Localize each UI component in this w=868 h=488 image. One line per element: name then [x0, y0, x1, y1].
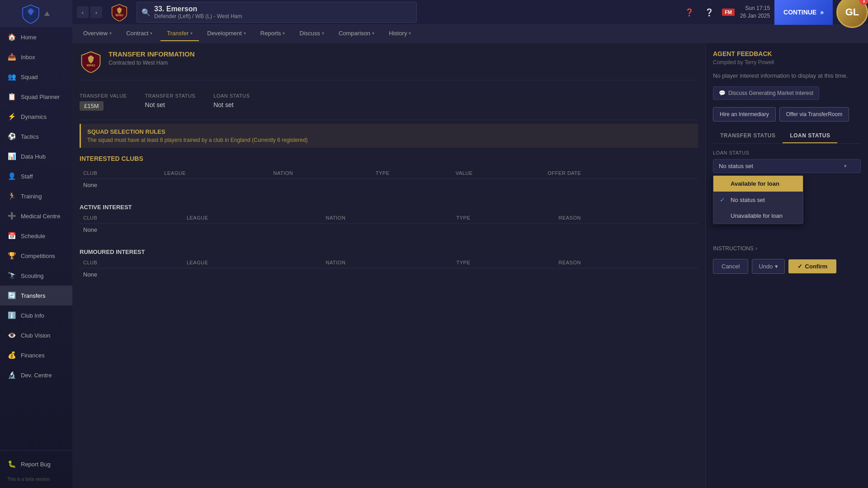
- sidebar-label: Dynamics: [21, 113, 47, 120]
- help-circle-icon[interactable]: ❓: [682, 5, 697, 19]
- agent-feedback-title: AGENT FEEDBACK: [713, 50, 861, 57]
- sidebar-item-club-info[interactable]: ℹ️ Club Info: [0, 305, 72, 325]
- col-league: LEAGUE: [183, 212, 322, 224]
- sidebar-item-training[interactable]: 🏃 Training: [0, 186, 72, 206]
- tab-comparison[interactable]: Comparison ▾: [332, 26, 381, 41]
- sidebar-item-scouting[interactable]: 🔭 Scouting: [0, 266, 72, 286]
- beta-notice: This is a beta version: [0, 474, 72, 484]
- svg-marker-1: [44, 11, 50, 16]
- sidebar-item-finances[interactable]: 💰 Finances: [0, 345, 72, 365]
- bottom-buttons: Cancel Undo ▾ ✓ Confirm: [713, 259, 861, 274]
- col-type: TYPE: [453, 212, 555, 224]
- sidebar-item-squad[interactable]: 👥 Squad: [0, 67, 72, 87]
- active-header-row: CLUB LEAGUE NATION TYPE REASON: [80, 212, 698, 224]
- tab-history[interactable]: History ▾: [382, 26, 417, 41]
- right-panel: AGENT FEEDBACK Compiled by Terry Powell …: [705, 43, 868, 488]
- loan-status-stat: LOAN STATUS Not set: [213, 93, 250, 111]
- table-row: None: [80, 268, 698, 281]
- instructions-link[interactable]: INSTRUCTIONS ›: [713, 245, 861, 252]
- tab-transfer[interactable]: Transfer ▾: [160, 26, 199, 41]
- rumoured-none: None: [80, 268, 698, 281]
- loan-status-menu: Available for loan ✓ No status set Unava…: [713, 175, 803, 224]
- topbar-icons: ❓ ❔ FM Sun 17:15 26 Jan 2025: [678, 5, 774, 20]
- dropdown-arrow-icon: ▾: [109, 31, 112, 36]
- option-unavailable-for-loan[interactable]: Unavailable for loan: [713, 208, 803, 224]
- sidebar-label: Training: [21, 193, 42, 200]
- tab-reports[interactable]: Reports ▾: [254, 26, 292, 41]
- tab-development[interactable]: Development ▾: [201, 26, 252, 41]
- tab-loan-status[interactable]: LOAN STATUS: [783, 129, 837, 143]
- current-date: Sun 17:15 26 Jan 2025: [740, 5, 770, 20]
- loan-status-select[interactable]: No status set ▾: [713, 159, 861, 173]
- check-icon: ✓: [720, 196, 727, 203]
- transfer-info-text: TRANSFER INFORMATION Contracted to West …: [108, 50, 195, 66]
- tab-discuss[interactable]: Discuss ▾: [293, 26, 330, 41]
- offer-transferroom-button[interactable]: Offer via TransferRoom: [779, 107, 849, 122]
- col-club: CLUB: [80, 168, 160, 179]
- west-ham-shield-icon: WHU: [80, 50, 102, 73]
- offers-table: CLUB LEAGUE NATION TYPE VALUE OFFER DATE…: [80, 168, 698, 191]
- sidebar-item-tactics[interactable]: ⚽ Tactics: [0, 127, 72, 146]
- no-interest-info: No player interest information to displa…: [713, 72, 861, 80]
- tab-overview[interactable]: Overview ▾: [77, 26, 118, 41]
- table-row: None: [80, 179, 698, 192]
- discuss-market-interest-button[interactable]: 💬 Discuss Generating Market Interest: [713, 86, 819, 100]
- tab-contract[interactable]: Contract ▾: [120, 26, 159, 41]
- competitions-icon: 🏆: [7, 251, 16, 260]
- sidebar-item-dynamics[interactable]: ⚡ Dynamics: [0, 107, 72, 127]
- sidebar-item-transfers[interactable]: 🔄 Transfers: [0, 286, 72, 305]
- sidebar-item-inbox[interactable]: 📥 Inbox: [0, 47, 72, 67]
- dynamics-icon: ⚡: [7, 112, 16, 121]
- nav-arrows: ‹ ›: [72, 6, 107, 18]
- tab-transfer-status[interactable]: TRANSFER STATUS: [713, 129, 783, 143]
- cancel-button[interactable]: Cancel: [713, 259, 748, 274]
- finances-icon: 💰: [7, 351, 16, 360]
- sidebar-label: Tactics: [21, 133, 39, 140]
- option-no-status-set[interactable]: ✓ No status set: [713, 192, 803, 208]
- medical-centre-icon: ➕: [7, 211, 16, 221]
- col-league: LEAGUE: [160, 168, 269, 179]
- transfer-stats: TRANSFER VALUE £15M TRANSFER STATUS Not …: [80, 88, 698, 116]
- sidebar-item-dev-centre[interactable]: 🔬 Dev. Centre: [0, 365, 72, 385]
- offers-none: None: [80, 179, 698, 192]
- sidebar-item-medical-centre[interactable]: ➕ Medical Centre: [0, 206, 72, 226]
- undo-button[interactable]: Undo ▾: [752, 259, 784, 274]
- col-nation: NATION: [269, 168, 372, 179]
- continue-button[interactable]: CONTINUE »: [774, 0, 833, 25]
- sidebar-label: Dev. Centre: [21, 372, 52, 379]
- hire-intermediary-button[interactable]: Hire an Intermediary: [713, 107, 776, 122]
- arrows-icon[interactable]: [42, 10, 52, 17]
- transfers-icon: 🔄: [7, 291, 16, 300]
- active-none: None: [80, 224, 698, 236]
- instructions-label: INSTRUCTIONS: [713, 245, 754, 252]
- confirm-button[interactable]: ✓ Confirm: [788, 259, 837, 273]
- col-type: TYPE: [453, 257, 555, 268]
- sidebar-item-schedule[interactable]: 📅 Schedule: [0, 226, 72, 246]
- transfer-value-badge: £15M: [80, 101, 104, 111]
- question-icon[interactable]: ❔: [702, 5, 717, 19]
- dropdown-arrow-icon: ▾: [372, 31, 374, 36]
- loan-status-dropdown[interactable]: No status set ▾ Available for loan ✓ No …: [713, 159, 861, 173]
- active-interest-table: CLUB LEAGUE NATION TYPE REASON None: [80, 212, 698, 236]
- agent-feedback-subtitle: Compiled by Terry Powell: [713, 59, 861, 66]
- sidebar-item-data-hub[interactable]: 📊 Data Hub: [0, 146, 72, 166]
- col-league: LEAGUE: [183, 257, 322, 268]
- option-available-for-loan[interactable]: Available for loan: [713, 176, 803, 192]
- sidebar-item-competitions[interactable]: 🏆 Competitions: [0, 246, 72, 266]
- col-club: CLUB: [80, 212, 183, 224]
- sidebar-item-staff[interactable]: 👤 Staff: [0, 166, 72, 186]
- sidebar-label: Scouting: [21, 272, 44, 279]
- sidebar-item-home[interactable]: 🏠 Home: [0, 27, 72, 47]
- rumoured-interest-title: RUMOURED INTEREST: [80, 245, 698, 257]
- dropdown-chevron-icon: ▾: [844, 163, 847, 169]
- sidebar-item-squad-planner[interactable]: 📋 Squad Planner: [0, 87, 72, 107]
- avatar[interactable]: GL 1: [836, 0, 868, 28]
- forward-button[interactable]: ›: [90, 6, 102, 18]
- sidebar-item-club-vision[interactable]: 👁️ Club Vision: [0, 325, 72, 345]
- tactics-icon: ⚽: [7, 132, 16, 141]
- back-button[interactable]: ‹: [77, 6, 89, 18]
- svg-text:WHU: WHU: [87, 63, 95, 67]
- table-row: None: [80, 224, 698, 236]
- sidebar-item-report-bug[interactable]: 🐛 Report Bug: [0, 454, 72, 474]
- transfer-value-stat: TRANSFER VALUE £15M: [80, 93, 127, 111]
